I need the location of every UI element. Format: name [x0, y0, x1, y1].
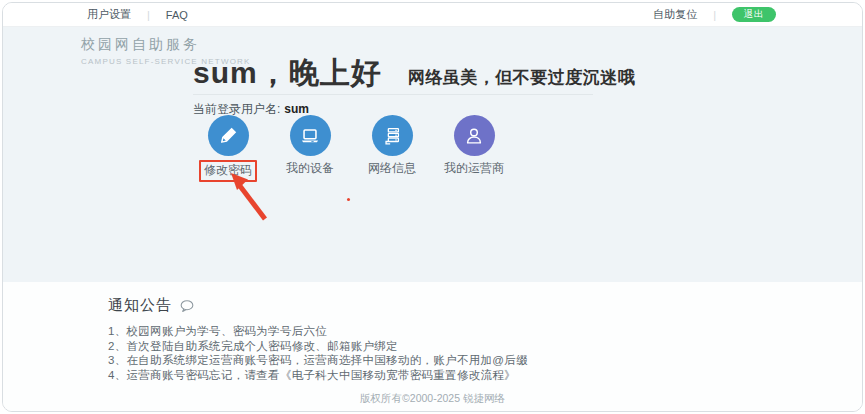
topbar-left-group: 用户设置 | FAQ [87, 7, 188, 22]
laptop-icon[interactable] [290, 115, 331, 156]
greeting-row: sum，晚上好 网络虽美，但不要过度沉迷哦 [193, 53, 635, 94]
notice-list: 1、校园网账户为学号、密码为学号后六位 2、首次登陆自助系统完成个人密码修改、邮… [108, 324, 528, 382]
notice-item: 2、首次登陆自助系统完成个人密码修改、邮箱账户绑定 [108, 339, 528, 354]
topbar-divider: | [147, 9, 150, 21]
greeting-text: sum，晚上好 [193, 53, 382, 94]
topbar-divider: | [713, 9, 716, 21]
notice-item: 1、校园网账户为学号、密码为学号后六位 [108, 324, 528, 339]
self-reset-link[interactable]: 自助复位 [653, 7, 697, 22]
action-network-info[interactable]: 网络信息 [351, 115, 433, 182]
action-my-carrier[interactable]: 我的运营商 [433, 115, 515, 182]
pencil-icon[interactable] [208, 115, 249, 156]
action-label-my-devices: 我的设备 [286, 160, 334, 177]
speech-bubble-icon [179, 299, 195, 313]
action-row: 修改密码 我的设备 [187, 115, 515, 182]
current-user-value: sum [284, 102, 309, 116]
page-container: 用户设置 | FAQ 自助复位 | 退出 校园网自助服务 CAMPUS SELF… [2, 2, 863, 412]
copyright-footer: 版权所有©2000-2025 锐捷网络 [3, 392, 862, 406]
user-icon[interactable] [454, 115, 495, 156]
action-label-network-info: 网络信息 [368, 160, 416, 177]
brand-title: 校园网自助服务 [81, 36, 251, 54]
user-settings-link[interactable]: 用户设置 [87, 7, 131, 22]
action-my-devices[interactable]: 我的设备 [269, 115, 351, 182]
hero-section: 校园网自助服务 CAMPUS SELF-SERVICE NETWORK sum，… [3, 27, 862, 282]
notices-title: 通知公告 [108, 296, 172, 315]
topbar-right-group: 自助复位 | 退出 [653, 7, 776, 22]
server-icon[interactable] [372, 115, 413, 156]
faq-link[interactable]: FAQ [166, 9, 188, 21]
slogan-text: 网络虽美，但不要过度沉迷哦 [408, 66, 636, 89]
action-change-password[interactable]: 修改密码 [187, 115, 269, 182]
logout-button[interactable]: 退出 [732, 7, 776, 22]
annotation-dot [347, 198, 350, 201]
current-user-label: 当前登录用户名: [193, 102, 280, 116]
action-label-my-carrier: 我的运营商 [444, 160, 504, 177]
action-label-change-password: 修改密码 [199, 160, 257, 182]
notice-item: 4、运营商账号密码忘记，请查看《电子科大中国移动宽带密码重置修改流程》 [108, 368, 528, 383]
notices-header: 通知公告 [108, 296, 195, 315]
notice-item: 3、在自助系统绑定运营商账号密码，运营商选择中国移动的，账户不用加@后缀 [108, 353, 528, 368]
top-bar: 用户设置 | FAQ 自助复位 | 退出 [3, 3, 862, 27]
notices-section: 通知公告 1、校园网账户为学号、密码为学号后六位 2、首次登陆自助系统完成个人密… [3, 282, 862, 412]
